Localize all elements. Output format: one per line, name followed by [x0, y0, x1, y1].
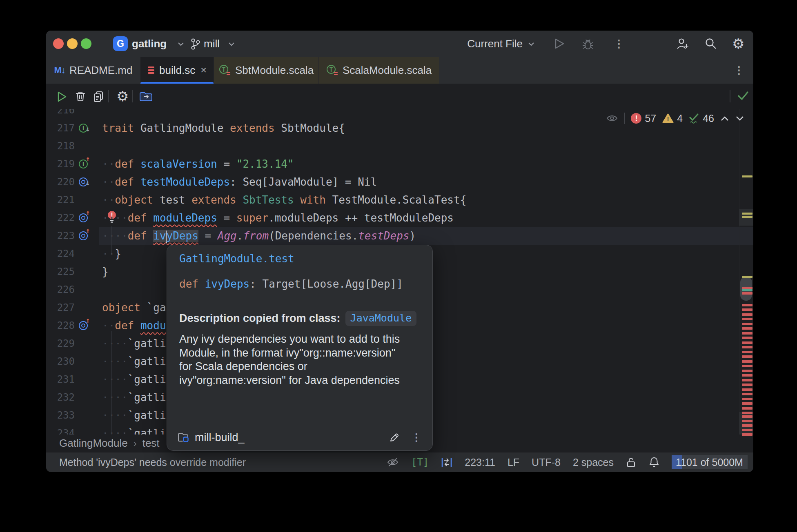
error-stripe-mark[interactable]	[742, 412, 752, 414]
error-stripe-mark[interactable]	[742, 374, 752, 377]
line-ending-selector[interactable]: LF	[508, 457, 519, 468]
line-number[interactable]: 227	[46, 299, 75, 317]
error-count[interactable]: ! 57	[631, 113, 656, 124]
error-stripe-mark[interactable]	[742, 304, 752, 306]
implemented-marker-icon[interactable]: I↑	[79, 155, 94, 173]
error-stripe-mark[interactable]	[742, 327, 752, 330]
code-line[interactable]: 218	[46, 137, 753, 155]
copy-icon[interactable]	[93, 91, 104, 102]
error-stripe-mark[interactable]	[742, 332, 752, 335]
more-actions-button[interactable]: ⋮	[614, 31, 624, 57]
unlocked-padlock-icon[interactable]	[626, 457, 637, 468]
memory-indicator[interactable]: 1101 of 5000M	[672, 455, 748, 469]
line-number[interactable]: 225	[46, 263, 75, 281]
encoding-selector[interactable]: UTF-8	[532, 457, 561, 468]
error-stripe-mark[interactable]	[742, 323, 752, 325]
notifications-bell-icon[interactable]	[649, 457, 659, 468]
error-stripe-mark[interactable]	[742, 429, 752, 431]
error-stripe-mark[interactable]	[742, 360, 752, 363]
line-number[interactable]: 231	[46, 370, 75, 388]
code-line[interactable]: 219I↑··def scalaVersion = "2.13.14"	[46, 155, 753, 173]
error-stripe-mark[interactable]	[742, 383, 752, 386]
line-number[interactable]: 219	[46, 155, 75, 173]
tab-scalamodule[interactable]: T ScalaModule.scala	[318, 57, 439, 84]
error-stripe-mark[interactable]	[742, 308, 752, 311]
tab-build-sc[interactable]: build.sc ✕	[140, 57, 214, 84]
line-number[interactable]: 222	[46, 209, 75, 227]
error-stripe-mark[interactable]	[742, 313, 752, 316]
warning-stripe-mark[interactable]	[742, 213, 752, 215]
line-number[interactable]: 226	[46, 281, 75, 299]
type-highlighting-indicator[interactable]: [T]	[411, 457, 429, 468]
error-stripe-mark[interactable]	[742, 365, 752, 367]
warning-stripe-mark[interactable]	[742, 175, 752, 177]
line-number[interactable]: 218	[46, 137, 75, 155]
line-number[interactable]: 233	[46, 406, 75, 424]
edit-pencil-icon[interactable]	[389, 432, 400, 443]
error-stripe-mark[interactable]	[742, 355, 752, 358]
code-line[interactable]: 222↑!····def moduleDeps = super.moduleDe…	[46, 209, 753, 227]
previous-problem-chevron-icon[interactable]	[720, 116, 729, 121]
maximize-window-button[interactable]	[81, 38, 91, 49]
tab-sbtmodule[interactable]: T SbtModule.scala	[214, 57, 318, 84]
popup-more-button[interactable]: ⋮	[411, 431, 422, 444]
error-stripe-mark[interactable]	[742, 433, 752, 436]
preview-eye-icon[interactable]	[606, 114, 618, 122]
error-stripe-mark[interactable]	[742, 402, 752, 405]
passed-count[interactable]: 46	[689, 113, 714, 124]
run-configuration-selector[interactable]: Current File	[457, 31, 523, 57]
project-icon[interactable]: G	[113, 36, 128, 51]
error-stripe-mark[interactable]	[742, 370, 752, 372]
breadcrumb-item[interactable]: GatlingModule	[59, 437, 128, 450]
problems-check-icon[interactable]	[737, 91, 749, 101]
error-stripe-mark[interactable]	[742, 393, 752, 395]
close-tab-icon[interactable]: ✕	[200, 65, 207, 75]
warning-stripe-mark[interactable]	[742, 276, 752, 278]
doc-context-link[interactable]: GatlingModule.test	[167, 245, 432, 265]
add-user-icon[interactable]	[676, 38, 689, 50]
error-stripe-mark[interactable]	[742, 351, 752, 353]
close-window-button[interactable]	[53, 38, 64, 49]
error-stripe-mark[interactable]	[742, 424, 752, 427]
indent-guides-icon[interactable]	[441, 457, 452, 468]
tab-readme[interactable]: M↓ README.md	[46, 57, 140, 84]
error-stripe-mark[interactable]	[742, 388, 752, 391]
error-stripe-mark[interactable]	[742, 379, 752, 381]
error-stripe-mark[interactable]	[742, 398, 752, 400]
line-number[interactable]: 232	[46, 388, 75, 406]
error-stripe-mark[interactable]	[742, 420, 752, 422]
javamodule-class-chip[interactable]: JavaModule	[345, 311, 417, 326]
delete-icon[interactable]	[75, 91, 86, 102]
override-marker-icon[interactable]: ↓	[79, 173, 94, 191]
indent-selector[interactable]: 2 spaces	[573, 457, 614, 468]
error-stripe-mark[interactable]	[742, 407, 752, 410]
line-number[interactable]: 220	[46, 173, 75, 191]
info-stripe-mark[interactable]	[742, 289, 752, 291]
line-number[interactable]: 224	[46, 245, 75, 263]
override-marker-icon[interactable]: ↑	[79, 209, 94, 227]
tab-options-button[interactable]: ⋮	[734, 57, 744, 84]
line-number[interactable]: 216	[46, 109, 75, 119]
line-number[interactable]: 221	[46, 191, 75, 209]
next-problem-chevron-icon[interactable]	[735, 116, 744, 121]
error-stripe-mark[interactable]	[742, 318, 752, 320]
override-marker-icon[interactable]: ↑	[79, 317, 94, 335]
error-stripe-mark[interactable]	[742, 292, 752, 295]
line-number[interactable]: 234	[46, 424, 75, 434]
run-script-button[interactable]	[57, 91, 67, 102]
caret-position[interactable]: 223:11	[465, 457, 495, 468]
search-icon[interactable]	[705, 38, 717, 50]
line-number[interactable]: 223	[46, 227, 75, 245]
minimize-window-button[interactable]	[67, 38, 78, 49]
error-stripe-mark[interactable]	[742, 415, 752, 418]
breadcrumb-item[interactable]: test	[142, 437, 160, 450]
project-selector[interactable]: gatling	[132, 31, 167, 57]
error-stripe-mark[interactable]	[742, 337, 752, 339]
code-line[interactable]: 221··object test extends SbtTests with T…	[46, 191, 753, 209]
line-number[interactable]: 229	[46, 335, 75, 352]
code-line[interactable]: 223↑····def ivyDeps = Agg.from(Dependenc…	[46, 227, 753, 245]
error-stripe-mark[interactable]	[742, 341, 752, 344]
run-button[interactable]	[554, 38, 565, 49]
highlighting-off-eye-icon[interactable]	[387, 457, 399, 467]
line-number[interactable]: 228	[46, 317, 75, 335]
